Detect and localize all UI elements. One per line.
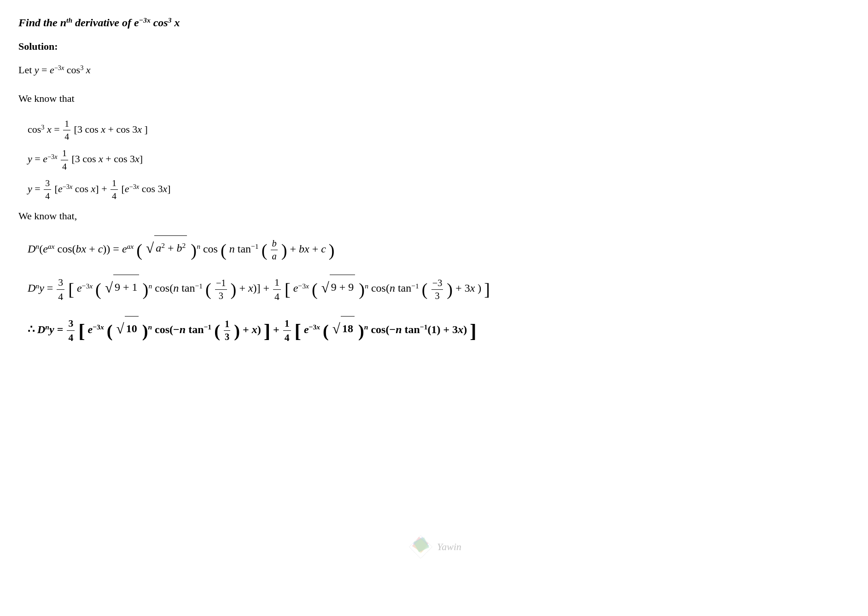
final-answer: ∴ Dny = 3 4 [ e−3x ( √ 10 )n cos(−n tan−… — [28, 316, 850, 344]
sqrt-10: √ 10 — [117, 316, 139, 341]
fraction-b-a: b a — [271, 238, 277, 262]
watermark-logo — [407, 533, 434, 561]
dn-y-expanded: Dny = 3 4 [ e−3x ( √ 9 + 1 )n cos(n tan−… — [28, 275, 850, 303]
svg-marker-2 — [411, 535, 430, 554]
we-know-that-1: We know that — [18, 89, 850, 108]
fraction-1-4-d: 1 4 — [273, 276, 281, 303]
fraction-3-4: 3 4 — [44, 177, 51, 202]
sqrt-a2b2: √ a2 + b2 — [146, 235, 187, 260]
let-y-line: Let y = e−3x cos3 x — [18, 61, 850, 79]
svg-marker-1 — [410, 535, 429, 554]
fraction-1-3-final: 1 3 — [224, 318, 230, 342]
fraction-1-4: 1 4 — [63, 118, 70, 143]
cos-cube-identity: cos3 x = 1 4 [3 cos x + cos 3x ] — [28, 118, 850, 143]
y-substituted: y = e−3x 1 4 [3 cos x + cos 3x] — [28, 147, 850, 172]
page-title: Find the nth derivative of e−3x cos3 x — [18, 14, 850, 31]
svg-marker-3 — [413, 539, 428, 553]
watermark-text: Yawin — [437, 541, 461, 553]
sqrt-9plus1: √ 9 + 1 — [105, 275, 139, 299]
fraction-neg3-3: −3 3 — [431, 277, 443, 301]
we-know-that-2: We know that, — [18, 207, 850, 225]
sqrt-9plus9: √ 9 + 9 — [321, 275, 355, 299]
y-split: y = 3 4 [e−3x cos x] + 1 4 [e−3x cos 3x] — [28, 177, 850, 202]
watermark: Yawin — [407, 533, 461, 561]
fraction-1-4-b: 1 4 — [61, 147, 68, 172]
solution-label: Solution: — [18, 41, 850, 53]
svg-marker-0 — [409, 535, 432, 558]
fraction-3-4-b: 3 4 — [57, 276, 64, 303]
formula-dn: Dn(eax cos(bx + c)) = eax ( √ a2 + b2 )n… — [28, 235, 850, 262]
sqrt-18: √ 18 — [332, 316, 355, 341]
fraction-neg1-3: −1 3 — [215, 277, 227, 301]
svg-marker-4 — [411, 534, 431, 555]
fraction-3-4-final: 3 4 — [67, 317, 75, 344]
fraction-1-4-final: 1 4 — [283, 317, 291, 344]
fraction-1-4-c: 1 4 — [111, 177, 118, 202]
